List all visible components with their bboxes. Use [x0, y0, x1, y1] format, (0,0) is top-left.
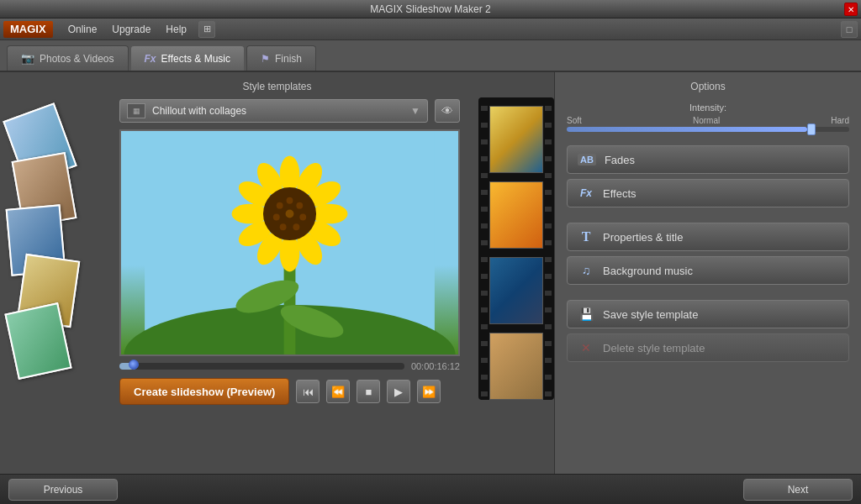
tab-finish[interactable]: ⚑ Finish	[246, 45, 316, 71]
left-panel: Style templates ▦ Chillou	[0, 72, 555, 474]
create-slideshow-button[interactable]: Create slideshow (Preview)	[119, 378, 289, 405]
svg-point-5	[280, 156, 300, 192]
style-dropdown-thumbnail: ▦	[127, 103, 145, 118]
style-dropdown-label: Chillout with collages	[152, 105, 246, 117]
background-music-button[interactable]: ♫ Background music	[567, 256, 849, 285]
main-content: Style templates ▦ Chillou	[0, 72, 861, 474]
save-icon: 💾	[578, 307, 594, 321]
svg-point-8	[311, 204, 347, 224]
section-gap-1	[567, 213, 849, 223]
title-text-icon: T	[578, 229, 594, 244]
rewind-icon: ⏪	[331, 386, 345, 398]
fades-button[interactable]: AB Fades	[567, 145, 849, 174]
intensity-slider-track[interactable]	[567, 127, 849, 132]
menu-upgrade[interactable]: Upgrade	[105, 21, 157, 38]
menu-bar: MAGIX Online Upgrade Help ⊞ □	[0, 18, 861, 40]
intensity-hard: Hard	[831, 116, 849, 125]
sunflower-illustration	[121, 131, 458, 354]
properties-title-button[interactable]: T Properties & title	[567, 223, 849, 251]
svg-point-14	[232, 204, 268, 224]
rewind-start-button[interactable]: ⏮	[296, 380, 320, 403]
reel-photo-1	[489, 106, 543, 173]
right-panel: Options Intensity: Soft Normal Hard AB F…	[555, 72, 861, 474]
effects-icon: Fx	[145, 53, 156, 65]
svg-point-23	[273, 214, 280, 221]
options-header: Options	[567, 81, 849, 92]
reel-photo-2	[489, 181, 543, 249]
intensity-soft: Soft	[567, 116, 582, 125]
fast-forward-button[interactable]: ⏩	[417, 380, 441, 403]
previous-button[interactable]: Previous	[8, 479, 118, 501]
save-style-template-button[interactable]: 💾 Save style template	[567, 300, 849, 328]
rewind-start-icon: ⏮	[303, 386, 314, 398]
next-button[interactable]: Next	[743, 479, 853, 501]
intensity-label: Intensity:	[567, 102, 849, 113]
window-maximize-button[interactable]: □	[841, 21, 858, 38]
play-button[interactable]: ▶	[387, 380, 410, 403]
photos-icon: 📷	[21, 52, 34, 65]
style-selector-row: ▦ Chillout with collages ▼ 👁	[119, 99, 460, 123]
intensity-section: Intensity: Soft Normal Hard	[567, 102, 849, 132]
svg-point-25	[286, 210, 294, 218]
svg-point-21	[293, 223, 299, 230]
effects-button[interactable]: Fx Effects	[567, 179, 849, 207]
style-dropdown[interactable]: ▦ Chillout with collages ▼	[119, 99, 428, 123]
stop-icon: ■	[365, 386, 372, 398]
preview-area	[119, 129, 460, 356]
extra-icon-button[interactable]: ⊞	[198, 21, 215, 38]
progress-row: 00:00:16:12	[119, 361, 460, 371]
intensity-normal: Normal	[693, 116, 720, 125]
time-display: 00:00:16:12	[411, 361, 460, 371]
progress-track[interactable]	[119, 363, 404, 370]
reel-photo-3	[489, 257, 543, 324]
tab-photos-videos[interactable]: 📷 Photos & Videos	[7, 45, 129, 71]
filmstrip-decoration	[470, 97, 554, 400]
tab-effects-music[interactable]: Fx Effects & Music	[130, 45, 246, 71]
fades-icon: AB	[578, 154, 596, 165]
svg-point-22	[280, 223, 287, 230]
preview-button[interactable]: 👁	[435, 99, 460, 123]
delete-icon: ✕	[578, 341, 594, 354]
title-bar: MAGIX Slideshow Maker 2 ✕	[0, 0, 861, 18]
svg-point-24	[277, 202, 283, 209]
preview-image	[119, 129, 460, 356]
intensity-fill	[567, 127, 807, 132]
svg-point-18	[287, 197, 293, 204]
rewind-button[interactable]: ⏪	[326, 380, 350, 403]
bottom-bar: Previous Next	[0, 474, 861, 504]
fast-forward-icon: ⏩	[422, 386, 436, 398]
finish-icon: ⚑	[261, 53, 270, 65]
eye-icon: 👁	[441, 104, 453, 118]
progress-thumb[interactable]	[129, 360, 139, 370]
music-icon: ♫	[578, 264, 594, 277]
svg-point-19	[296, 202, 303, 209]
photo-stack-decoration	[0, 89, 109, 459]
play-icon: ▶	[394, 386, 403, 398]
section-gap-2	[567, 290, 849, 300]
close-button[interactable]: ✕	[844, 3, 858, 16]
window-title: MAGIX Slideshow Maker 2	[370, 3, 490, 15]
intensity-slider-thumb[interactable]	[807, 123, 816, 135]
menu-online[interactable]: Online	[61, 21, 104, 38]
controls-row: Create slideshow (Preview) ⏮ ⏪ ■ ▶ ⏩	[119, 378, 460, 405]
tab-bar: 📷 Photos & Videos Fx Effects & Music ⚑ F…	[0, 40, 861, 72]
menu-help[interactable]: Help	[159, 21, 193, 38]
chevron-down-icon: ▼	[410, 105, 420, 117]
svg-point-11	[280, 235, 300, 271]
delete-style-template-button[interactable]: ✕ Delete style template	[567, 333, 849, 362]
stop-button[interactable]: ■	[357, 380, 380, 403]
magix-logo: MAGIX	[3, 21, 53, 38]
svg-point-20	[299, 214, 306, 221]
reel-photo-4	[489, 333, 543, 400]
effects-fx-icon: Fx	[578, 187, 594, 199]
